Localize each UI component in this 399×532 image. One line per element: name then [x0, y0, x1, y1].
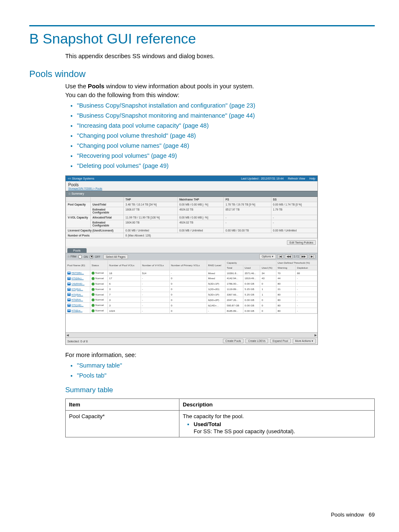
page-title: Pools	[66, 181, 317, 187]
crossref-link[interactable]: "Changing pool volume names" (page 48)	[77, 142, 189, 149]
th-item: Item	[66, 399, 179, 411]
crossref-link[interactable]: "Changing pool volume threshold" (page 4…	[77, 132, 196, 139]
table-row[interactable]: HDT(Mix...Normal18514-Mixed10391.8...357…	[66, 270, 317, 276]
appendix-title: B Snapshot GUI reference	[29, 31, 375, 47]
create-ldevs-button[interactable]: Create LDEVs	[246, 339, 268, 343]
filter-off-radio[interactable]	[90, 255, 93, 259]
section-pools-window: Pools window	[29, 69, 375, 80]
cross-ref-list: "Business Copy/Snapshot installation and…	[65, 101, 375, 170]
th-status[interactable]: Status	[90, 260, 108, 270]
col-mainframe-thp: Mainframe THP	[177, 197, 224, 202]
table-row[interactable]: HTI(Mix)...Normal17-0Mixed4142.94...1819…	[66, 276, 317, 281]
see-list: "Summary table" "Pools tab"	[65, 361, 375, 380]
th-thr-warn[interactable]: Warning	[276, 265, 295, 270]
selected-count: Selected: 0 of 8	[67, 340, 88, 343]
status-icon	[92, 298, 95, 301]
pool-name-link[interactable]: HTI(RAI...	[72, 293, 83, 296]
horizontal-scrollbar[interactable]: ◀ ▶	[66, 332, 317, 337]
row-pool-capacity: Pool Capacity	[66, 202, 91, 215]
th-primary-vols[interactable]: Number of Primary VOLs	[169, 260, 207, 270]
more-actions-dropdown[interactable]: More Actions ▾	[293, 339, 316, 344]
pager-total: / 1	[296, 255, 299, 258]
see-link[interactable]: "Summary table"	[77, 362, 122, 369]
pool-name-link[interactable]: OS(RAID...	[72, 282, 84, 285]
help-link[interactable]: Help	[309, 177, 315, 180]
pager-last-icon[interactable]: ▶|	[309, 254, 315, 259]
doc-summary-table: Item Description Pool Capacity* The capa…	[65, 398, 375, 437]
breadcrumb[interactable]: Storage(S/N:70306) > Pools	[66, 187, 317, 191]
pool-name-link[interactable]: HDT(Mix...	[72, 271, 84, 274]
status-icon	[92, 293, 95, 296]
status-icon	[92, 288, 95, 291]
crossref-link[interactable]: "Increasing data pool volume capacity" (…	[77, 122, 209, 129]
page-footer: Pools window 69	[331, 511, 375, 518]
th-pool-name[interactable]: Pool Name (ID)	[66, 260, 90, 270]
subsection-summary-table: Summary table	[65, 386, 375, 394]
create-pools-button[interactable]: Create Pools	[223, 339, 244, 343]
pool-icon	[67, 283, 71, 285]
pager-prev-icon[interactable]: ◀◀	[285, 254, 292, 259]
th-vvols[interactable]: Number of V-VOLs	[141, 260, 169, 270]
status-icon	[92, 283, 95, 285]
col-fs: FS	[224, 197, 271, 202]
pool-name-link[interactable]: HTI(RAI...	[72, 298, 83, 301]
expand-pool-button[interactable]: Expand Pool	[270, 339, 291, 343]
back-link[interactable]: << Storage Systems	[68, 177, 94, 180]
table-row[interactable]: HTI(RAI...Normal3-01(2D+2D)1119.89...5.2…	[66, 286, 317, 292]
pool-icon	[67, 309, 71, 312]
pool-name-link[interactable]: HTI(14D...	[72, 303, 84, 306]
see-link[interactable]: "Pools tab"	[77, 372, 107, 379]
crossref-link[interactable]: "Business Copy/Snapshot monitoring and m…	[77, 112, 255, 119]
table-row[interactable]: HTI(RAI...Normal7-05(3D+1P)3367.66...5.2…	[66, 292, 317, 297]
tab-pools[interactable]: Pools	[67, 248, 87, 253]
options-dropdown[interactable]: Options ▾	[259, 254, 276, 259]
filter-on-radio[interactable]	[78, 255, 82, 259]
pager-next-icon[interactable]: ▶▶	[300, 254, 307, 259]
intro-text: This appendix describes SS windows and d…	[65, 53, 375, 59]
th-description: Description	[179, 399, 375, 411]
th-raid[interactable]: RAID Level	[207, 260, 225, 270]
edit-tiering-policies-button[interactable]: Edit Tiering Policies	[287, 240, 316, 245]
screenshot-container: << Storage Systems Last Updated : 2012/0…	[65, 175, 318, 345]
more-info-label: For more information, see:	[65, 351, 375, 360]
table-row[interactable]: OS(RAID...Normal6-05(3D+1P)1786.00...0.0…	[66, 281, 317, 286]
status-icon	[92, 277, 95, 280]
col-ss: SS	[271, 197, 317, 202]
summary-table: THP Mainframe THP FS SS Pool Capacity Us…	[66, 197, 317, 238]
th-thr-dep[interactable]: Depletion	[296, 265, 317, 270]
pools-intro-line2: You can do the following from this windo…	[65, 91, 375, 100]
app-topbar: << Storage Systems Last Updated : 2012/0…	[66, 176, 317, 181]
scroll-left-icon[interactable]: ◀	[66, 334, 69, 337]
th-threshold-group: User-Defined Threshold (%)	[276, 260, 317, 265]
pool-icon	[67, 277, 71, 280]
th-pool-vols[interactable]: Number of Pool VOLs	[108, 260, 141, 270]
pager-first-icon[interactable]: |◀	[277, 254, 284, 259]
th-cap-total[interactable]: Total	[225, 265, 243, 270]
row-licensed-capacity: Licensed Capacity (Used/Licensed)	[66, 228, 124, 233]
crossref-link[interactable]: "Recovering pool volumes" (page 49)	[77, 152, 177, 159]
table-empty-area	[66, 314, 317, 332]
pool-name-link[interactable]: HTI(RAI...	[72, 288, 83, 290]
th-cap-used[interactable]: Used	[243, 265, 260, 270]
cell-description: The capacity for the pool. Used/Total Fo…	[179, 411, 375, 437]
crossref-link[interactable]: "Business Copy/Snapshot installation and…	[77, 102, 255, 109]
col-thp: THP	[124, 197, 178, 202]
summary-panel-header[interactable]: ☆ Summary	[66, 191, 317, 197]
table-row[interactable]: HTI(RAI...Normal3-06(6D+2P)2047.26...0.0…	[66, 297, 317, 303]
pool-name-link[interactable]: HTI(Mix)...	[72, 277, 84, 280]
refresh-view-link[interactable]: Refresh View	[288, 177, 305, 180]
scroll-right-icon[interactable]: ▶	[315, 334, 317, 337]
table-row[interactable]: HTI(Ext...Normal1024-0-8185.89...0.00 GB…	[66, 308, 317, 314]
row-vvol-capacity: V-VOL Capacity	[66, 215, 91, 228]
pool-icon	[67, 304, 71, 307]
crossref-link[interactable]: "Deleting pool volumes" (page 49)	[77, 162, 169, 169]
table-row[interactable]: HTI(14D...Normal3-06(14D+...595.87 GB0.0…	[66, 303, 317, 308]
pool-name-link[interactable]: HTI(Ext...	[72, 309, 82, 312]
pools-table: Pool Name (ID) Status Number of Pool VOL…	[66, 260, 317, 314]
pool-icon	[67, 272, 71, 275]
cell-item: Pool Capacity*	[66, 411, 179, 437]
pager-current: 1	[294, 255, 295, 258]
select-all-pages-button[interactable]: Select All Pages	[103, 254, 128, 259]
th-cap-used-pct[interactable]: Used (%)	[260, 265, 276, 270]
pool-icon	[67, 288, 71, 291]
